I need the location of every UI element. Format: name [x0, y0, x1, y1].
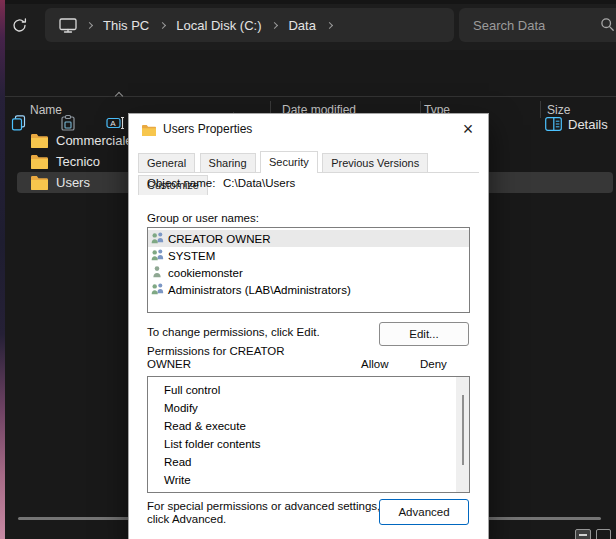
breadcrumb-chevron-icon — [326, 21, 333, 28]
group-icon — [150, 231, 165, 246]
folder-icon — [141, 123, 157, 141]
refresh-button[interactable] — [8, 16, 30, 38]
refresh-icon — [11, 17, 28, 38]
group-name: CREATOR OWNER — [168, 233, 270, 245]
users-properties-dialog: Users Properties × General Sharing Secur… — [128, 113, 489, 539]
permission-row-modify[interactable]: Modify — [148, 399, 456, 417]
column-header-name[interactable]: Name — [30, 103, 62, 117]
search-input[interactable] — [459, 8, 589, 42]
breadcrumb[interactable]: This PC Local Disk (C:) Data — [45, 8, 454, 42]
permission-row-special-permissions[interactable]: Special permissions — [148, 489, 456, 493]
folder-icon — [30, 133, 49, 148]
object-name-label: Object name: — [147, 177, 223, 189]
object-name-value: C:\Data\Users — [223, 177, 295, 189]
permission-row-write[interactable]: Write — [148, 471, 456, 489]
edit-hint-text: To change permissions, click Edit. — [147, 326, 320, 338]
dialog-tabs: General Sharing Security Previous Versio… — [138, 151, 479, 173]
permissions-for-label: Permissions for CREATOR OWNER — [147, 345, 285, 371]
permission-row-list-folder-contents[interactable]: List folder contents — [148, 435, 456, 453]
file-name: Users — [56, 175, 90, 190]
dialog-title: Users Properties — [163, 122, 252, 136]
group-user-list: CREATOR OWNER SYSTEM cookiemonster — [147, 227, 470, 313]
dialog-titlebar: Users Properties × — [129, 114, 488, 146]
deny-column-header: Deny — [420, 358, 447, 370]
group-icon — [150, 282, 165, 297]
list-item-system[interactable]: SYSTEM — [148, 247, 469, 264]
file-name: Commerciale — [56, 133, 133, 148]
this-pc-icon — [58, 17, 78, 34]
security-tab-page: Object name: C:\Data\Users Group or user… — [129, 173, 488, 539]
edit-button[interactable]: Edit... — [379, 322, 469, 346]
permission-row-read[interactable]: Read — [148, 453, 456, 471]
folder-icon — [30, 154, 49, 169]
tab-previous-versions[interactable]: Previous Versions — [322, 153, 428, 173]
advanced-hint-text: For special permissions or advanced sett… — [147, 500, 380, 526]
group-icon — [150, 248, 165, 263]
titlebar-edge — [5, 0, 616, 4]
list-item-administrators[interactable]: Administrators (LAB\Administrators) — [148, 281, 469, 298]
breadcrumb-chevron-icon — [271, 21, 278, 28]
breadcrumb-item-data[interactable]: Data — [284, 18, 319, 33]
group-or-user-names-label: Group or user names: — [147, 212, 259, 224]
toolbar: A ↑↓ Sort — [5, 50, 616, 96]
search-box — [459, 8, 616, 42]
details-view-toggle-icon[interactable] — [575, 529, 591, 539]
tab-sharing[interactable]: Sharing — [200, 153, 256, 173]
permission-row-full-control[interactable]: Full control — [148, 381, 456, 399]
search-icon — [600, 17, 615, 36]
group-name: SYSTEM — [168, 250, 215, 262]
column-divider[interactable] — [540, 101, 541, 118]
list-item-cookiemonster[interactable]: cookiemonster — [148, 264, 469, 281]
permission-row-read-execute[interactable]: Read & execute — [148, 417, 456, 435]
breadcrumb-item-this-pc[interactable]: This PC — [99, 18, 153, 33]
column-header-size[interactable]: Size — [547, 103, 570, 117]
file-name: Tecnico — [56, 154, 100, 169]
address-bar-region: This PC Local Disk (C:) Data — [5, 0, 616, 50]
advanced-button[interactable]: Advanced — [379, 499, 469, 525]
list-item-creator-owner[interactable]: CREATOR OWNER — [148, 230, 469, 247]
thumbnail-view-toggle-icon[interactable] — [596, 529, 611, 539]
screen: This PC Local Disk (C:) Data — [0, 0, 616, 539]
user-icon — [150, 265, 165, 280]
group-name: Administrators (LAB\Administrators) — [168, 284, 351, 296]
close-icon[interactable]: × — [457, 117, 479, 141]
breadcrumb-chevron-icon — [159, 21, 166, 28]
breadcrumb-item-local-disk-c[interactable]: Local Disk (C:) — [172, 18, 265, 33]
breadcrumb-chevron-icon — [86, 21, 93, 28]
user-name: cookiemonster — [168, 267, 243, 279]
folder-icon — [30, 175, 49, 190]
permissions-list: Full control Modify Read & execute List … — [147, 376, 470, 493]
allow-column-header: Allow — [361, 358, 388, 370]
tab-general[interactable]: General — [138, 153, 195, 173]
tab-security[interactable]: Security — [260, 151, 318, 173]
scrollbar-thumb[interactable] — [462, 395, 464, 465]
vertical-scrollbar[interactable] — [456, 377, 469, 492]
